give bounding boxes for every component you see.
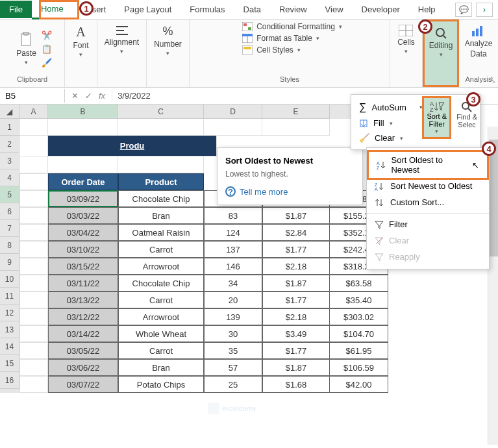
cell-total[interactable]: $303.02 [330,308,388,325]
cell-total[interactable]: $61.95 [330,342,388,359]
cell-qty[interactable]: 34 [204,275,262,292]
cell-date[interactable]: 03/11/22 [48,275,118,292]
cell-total[interactable]: $63.58 [330,275,388,292]
cell[interactable] [118,156,204,173]
row-header[interactable]: 1 [0,119,19,136]
cell-total[interactable]: $106.59 [330,359,388,376]
cell-qty[interactable]: 83 [204,207,262,224]
title-cell[interactable]: Produ [48,136,217,156]
tab-review[interactable]: Review [270,1,316,18]
cell[interactable] [204,119,262,136]
select-all-corner[interactable]: ◢ [0,105,19,119]
cell-date[interactable]: 03/12/22 [48,308,118,325]
row-header[interactable]: 2 [0,136,19,153]
cell-product[interactable]: Carrot [118,342,204,359]
cell-product[interactable]: Arrowroot [118,308,204,325]
row-header[interactable]: 4 [0,169,19,186]
cell-price[interactable]: $2.18 [262,258,330,275]
row-header[interactable]: 8 [0,237,19,254]
cell-price[interactable]: $1.87 [262,207,330,224]
font-button[interactable]: A Font ▾ [69,22,92,60]
cell-price[interactable]: $2.84 [262,224,330,241]
collapse-ribbon-icon[interactable]: ⌃ [489,76,494,83]
copy-icon[interactable]: 📋 [42,44,52,54]
cell-product[interactable]: Carrot [118,241,204,258]
alignment-button[interactable]: Alignment ▾ [101,22,143,57]
cell[interactable] [19,308,48,325]
cell-date[interactable]: 03/09/22 [48,190,118,207]
cell-qty[interactable]: 57 [204,359,262,376]
row-header[interactable]: 14 [0,338,19,355]
cell-styles-button[interactable]: Cell Styles ▾ [242,45,301,55]
sort-newest-oldest-button[interactable]: ZASort Newest to Oldest [367,178,489,194]
row-header[interactable]: 5 [0,186,19,203]
cell[interactable] [19,275,48,292]
cell[interactable] [19,258,48,275]
filter-button[interactable]: Filter [367,216,489,232]
scrollbar-thumb[interactable] [489,140,498,256]
cell-product[interactable]: Carrot [118,292,204,308]
cell[interactable] [19,241,48,258]
cell-qty[interactable]: 139 [204,308,262,325]
row-header[interactable]: 9 [0,254,19,271]
cell-price[interactable]: $1.77 [262,241,330,258]
row-header[interactable]: 6 [0,203,19,220]
cell-date[interactable]: 03/14/22 [48,325,118,342]
row-header[interactable]: 3 [0,153,19,169]
header-cell[interactable]: Product [118,173,204,190]
tell-me-more-link[interactable]: ?Tell me more [225,186,355,197]
cell-qty[interactable]: 30 [204,325,262,342]
row-header[interactable]: 13 [0,321,19,338]
cell[interactable] [19,224,48,241]
tab-help[interactable]: Help [409,1,445,18]
row-header[interactable]: 10 [0,271,19,288]
share-button[interactable]: › [476,3,493,17]
cell-date[interactable]: 03/04/22 [48,224,118,241]
header-cell[interactable]: Order Date [48,173,118,190]
clear-button[interactable]: 🧹Clear ▾ [351,131,480,145]
row-header[interactable]: 12 [0,305,19,321]
custom-sort-button[interactable]: Custom Sort... [367,194,489,210]
cell-qty[interactable]: 20 [204,292,262,308]
cell-qty[interactable]: 146 [204,258,262,275]
cell-product[interactable]: Arrowroot [118,258,204,275]
row-header[interactable]: 7 [0,220,19,237]
row-header[interactable]: 15 [0,355,19,372]
cell-price[interactable]: $2.18 [262,308,330,325]
cell-date[interactable]: 03/05/22 [48,342,118,359]
format-painter-icon[interactable]: 🖌️ [42,58,52,68]
cell-product[interactable]: Bran [118,207,204,224]
cell[interactable] [19,359,48,376]
cell-product[interactable]: Whole Wheat [118,325,204,342]
cell-product[interactable]: Bran [118,359,204,376]
cell-date[interactable]: 03/03/22 [48,207,118,224]
cancel-icon[interactable]: ✕ [71,91,79,101]
cell[interactable] [48,119,118,136]
conditional-formatting-button[interactable]: Conditional Formatting ▾ [242,22,342,31]
cut-icon[interactable]: ✂️ [42,31,52,40]
cell-date[interactable]: 03/13/22 [48,292,118,308]
cell-product[interactable]: Oatmeal Raisin [118,224,204,241]
cell[interactable] [19,207,48,224]
cell[interactable] [19,119,48,136]
cell[interactable] [19,173,48,190]
col-header[interactable]: C [118,105,204,119]
cell[interactable] [19,292,48,308]
sort-filter-button[interactable]: AZ Sort & Filter▾ [422,96,451,139]
tab-data[interactable]: Data [234,1,270,18]
cell-price[interactable]: $1.77 [262,342,330,359]
col-header[interactable]: D [204,105,262,119]
number-button[interactable]: % Number ▾ [150,22,186,59]
cell[interactable] [19,190,48,207]
tab-developer[interactable]: Developer [353,1,409,18]
cell-qty[interactable]: 25 [204,376,262,393]
col-header[interactable]: A [19,105,48,119]
cell-date[interactable]: 03/06/22 [48,359,118,376]
cell-qty[interactable]: 137 [204,241,262,258]
cell-date[interactable]: 03/10/22 [48,241,118,258]
cell[interactable] [118,119,204,136]
cell-total[interactable]: $104.70 [330,325,388,342]
cell-price[interactable]: $1.77 [262,292,330,308]
fx-icon[interactable]: fx [99,91,105,101]
name-box[interactable]: B5 [0,89,65,103]
